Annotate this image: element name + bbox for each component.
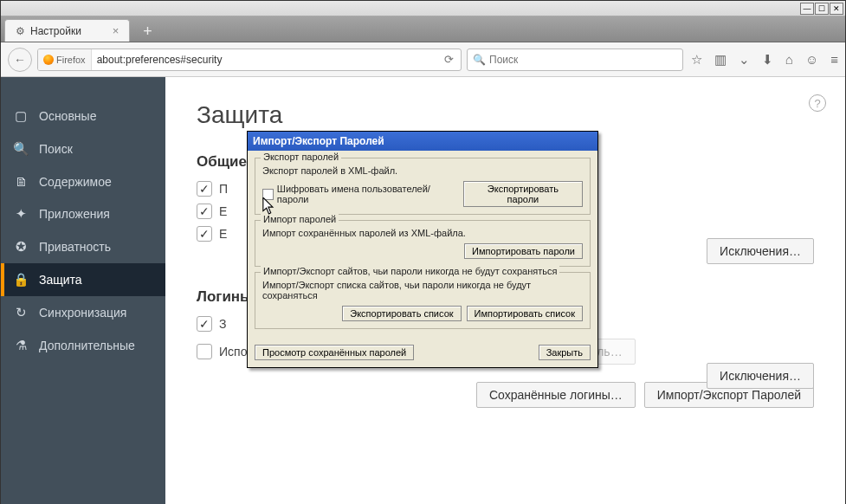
document-icon: 🗎 bbox=[13, 174, 29, 189]
url-bar[interactable]: Firefox ⟳ bbox=[37, 48, 462, 71]
sidebar-item-search[interactable]: 🔍Поиск bbox=[1, 132, 165, 165]
back-button[interactable]: ← bbox=[8, 48, 32, 72]
rocket-icon: ✦ bbox=[13, 206, 29, 222]
sidebar-item-applications[interactable]: ✦Приложения bbox=[1, 197, 165, 230]
sidebar-item-label: Содержимое bbox=[39, 175, 112, 189]
export-sites-button[interactable]: Экспортировать список bbox=[342, 306, 461, 321]
tab-settings[interactable]: ⚙ Настройки × bbox=[4, 19, 130, 42]
sidebar-item-privacy[interactable]: ✪Приватность bbox=[1, 230, 165, 263]
identity-label: Firefox bbox=[56, 55, 86, 65]
sidebar-item-label: Приложения bbox=[39, 207, 110, 221]
export-legend: Экспорт паролей bbox=[261, 152, 341, 162]
dialog-close-button[interactable]: Закрыть bbox=[539, 345, 591, 360]
checkbox-2-label: Е bbox=[219, 204, 227, 218]
checkbox-1[interactable] bbox=[197, 181, 212, 197]
checkbox-remember-logins-label: З bbox=[219, 317, 226, 331]
sites-legend: Импорт/Экспорт сайтов, чьи пароли никогд… bbox=[261, 266, 559, 276]
new-tab-button[interactable]: + bbox=[137, 21, 158, 42]
sidebar-item-label: Синхронизация bbox=[39, 306, 126, 320]
menu-icon[interactable]: ≡ bbox=[830, 52, 838, 67]
export-desc: Экспорт паролей в XML-файл. bbox=[262, 165, 583, 176]
sidebar-item-label: Поиск bbox=[39, 142, 73, 156]
sidebar-item-label: Защита bbox=[39, 273, 82, 287]
checkbox-3[interactable] bbox=[197, 226, 212, 242]
checkbox-2[interactable] bbox=[197, 204, 212, 219]
import-sites-button[interactable]: Импортировать список bbox=[467, 306, 583, 321]
search-icon: 🔍 bbox=[473, 54, 486, 66]
firefox-logo-icon bbox=[43, 55, 54, 65]
exceptions-button-general[interactable]: Исключения… bbox=[707, 238, 814, 264]
preferences-sidebar: ▢Основные 🔍Поиск 🗎Содержимое ✦Приложения… bbox=[1, 77, 165, 504]
checkbox-remember-logins[interactable] bbox=[197, 316, 212, 332]
search-input[interactable] bbox=[489, 54, 677, 66]
flask-icon: ⚗ bbox=[13, 338, 29, 353]
import-export-dialog: Импорт/Экспорт Паролей Экспорт паролей Э… bbox=[247, 131, 598, 368]
tab-strip: ⚙ Настройки × + bbox=[1, 16, 845, 42]
import-passwords-button[interactable]: Импортировать пароли bbox=[464, 243, 583, 259]
lock-icon: 🔒 bbox=[13, 272, 29, 288]
downloads-icon[interactable]: ⬇ bbox=[762, 52, 773, 68]
chat-icon[interactable]: ☺ bbox=[805, 52, 818, 67]
square-icon: ▢ bbox=[13, 108, 29, 124]
exceptions-button-logins[interactable]: Исключения… bbox=[707, 363, 814, 389]
checkbox-1-label: П bbox=[219, 182, 228, 196]
sync-icon: ↻ bbox=[13, 305, 29, 320]
home-icon[interactable]: ⌂ bbox=[785, 52, 793, 67]
window-titlebar: — ☐ ✕ bbox=[1, 1, 845, 16]
view-saved-passwords-button[interactable]: Просмотр сохранённых паролей bbox=[255, 345, 414, 360]
sidebar-item-content[interactable]: 🗎Содержимое bbox=[1, 165, 165, 197]
browser-window: — ☐ ✕ ⚙ Настройки × + ← Firefox ⟳ 🔍 ☆ ▥ bbox=[0, 0, 846, 504]
encrypt-checkbox[interactable] bbox=[262, 189, 274, 200]
checkbox-master-password[interactable] bbox=[197, 344, 212, 359]
import-group: Импорт паролей Импорт сохранённых пароле… bbox=[255, 220, 591, 267]
import-legend: Импорт паролей bbox=[261, 214, 339, 224]
toolbar-icons: ☆ ▥ ⌄ ⬇ ⌂ ☺ ≡ bbox=[691, 52, 838, 68]
library-icon[interactable]: ▥ bbox=[714, 52, 727, 68]
export-group: Экспорт паролей Экспорт паролей в XML-фа… bbox=[255, 158, 591, 215]
mask-icon: ✪ bbox=[13, 239, 29, 255]
export-passwords-button[interactable]: Экспортировать пароли bbox=[463, 181, 583, 207]
sidebar-item-label: Основные bbox=[39, 109, 96, 123]
bookmark-star-icon[interactable]: ☆ bbox=[691, 52, 702, 68]
identity-box[interactable]: Firefox bbox=[38, 49, 92, 70]
dialog-titlebar[interactable]: Импорт/Экспорт Паролей bbox=[248, 132, 597, 151]
checkbox-3-label: Е bbox=[219, 227, 227, 241]
sidebar-item-advanced[interactable]: ⚗Дополнительные bbox=[1, 329, 165, 362]
gear-icon: ⚙ bbox=[16, 25, 25, 37]
sidebar-item-sync[interactable]: ↻Синхронизация bbox=[1, 296, 165, 329]
maximize-button[interactable]: ☐ bbox=[815, 3, 829, 15]
saved-logins-button[interactable]: Сохранённые логины… bbox=[476, 382, 636, 408]
sites-group: Импорт/Экспорт сайтов, чьи пароли никогд… bbox=[255, 272, 591, 329]
sites-desc: Импорт/Экспорт списка сайтов, чьи пароли… bbox=[262, 280, 583, 300]
url-input[interactable] bbox=[92, 54, 437, 66]
close-window-button[interactable]: ✕ bbox=[830, 3, 843, 15]
magnifier-icon: 🔍 bbox=[13, 141, 29, 157]
sidebar-item-label: Дополнительные bbox=[39, 339, 135, 352]
pocket-icon[interactable]: ⌄ bbox=[739, 52, 750, 68]
sidebar-item-security[interactable]: 🔒Защита bbox=[1, 263, 165, 296]
sidebar-item-label: Приватность bbox=[39, 240, 111, 254]
reload-icon[interactable]: ⟳ bbox=[437, 53, 461, 66]
help-icon[interactable]: ? bbox=[809, 94, 826, 112]
tab-close-icon[interactable]: × bbox=[113, 24, 119, 37]
import-desc: Импорт сохранённых паролей из XML-файла. bbox=[262, 228, 583, 238]
sidebar-item-general[interactable]: ▢Основные bbox=[1, 100, 165, 132]
minimize-button[interactable]: — bbox=[800, 3, 814, 15]
encrypt-label: Шифровать имена пользователей/пароли bbox=[277, 184, 460, 204]
nav-toolbar: ← Firefox ⟳ 🔍 ☆ ▥ ⌄ ⬇ ⌂ ☺ ≡ bbox=[1, 42, 845, 77]
tab-title: Настройки bbox=[30, 25, 81, 37]
search-bar[interactable]: 🔍 bbox=[467, 48, 683, 71]
page-title: Защита bbox=[197, 101, 814, 129]
